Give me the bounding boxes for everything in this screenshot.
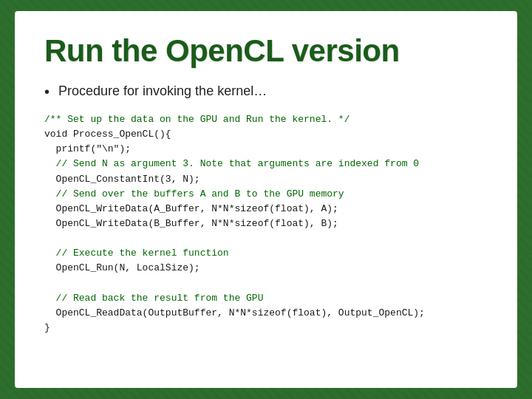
code-block: /** Set up the data on the GPU and Run t… bbox=[44, 112, 488, 335]
code-line: OpenCL_ConstantInt(3, N); bbox=[44, 174, 200, 185]
bullet-item: Procedure for invoking the kernel… bbox=[44, 83, 488, 100]
slide-title: Run the OpenCL version bbox=[44, 33, 488, 69]
code-line: printf("\n"); bbox=[44, 143, 131, 154]
code-line: void Process_OpenCL(){ bbox=[44, 129, 171, 140]
code-line: OpenCL_Run(N, LocalSize); bbox=[44, 262, 200, 273]
code-line: OpenCL_WriteData(A_Buffer, N*N*sizeof(fl… bbox=[44, 203, 338, 214]
code-line: // Send N as argument 3. Note that argum… bbox=[44, 158, 419, 169]
code-line: // Execute the kernel function bbox=[44, 248, 229, 259]
code-line: /** Set up the data on the GPU and Run t… bbox=[44, 114, 349, 125]
slide: Run the OpenCL version Procedure for inv… bbox=[15, 11, 517, 388]
code-line: // Read back the result from the GPU bbox=[44, 293, 263, 304]
code-line: OpenCL_ReadData(OutputBuffer, N*N*sizeof… bbox=[44, 307, 425, 318]
code-line: } bbox=[44, 322, 50, 333]
bullet-text: Procedure for invoking the kernel… bbox=[58, 83, 267, 99]
code-line: // Send over the buffers A and B to the … bbox=[44, 188, 344, 200]
code-line: OpenCL_WriteData(B_Buffer, N*N*sizeof(fl… bbox=[44, 218, 338, 229]
